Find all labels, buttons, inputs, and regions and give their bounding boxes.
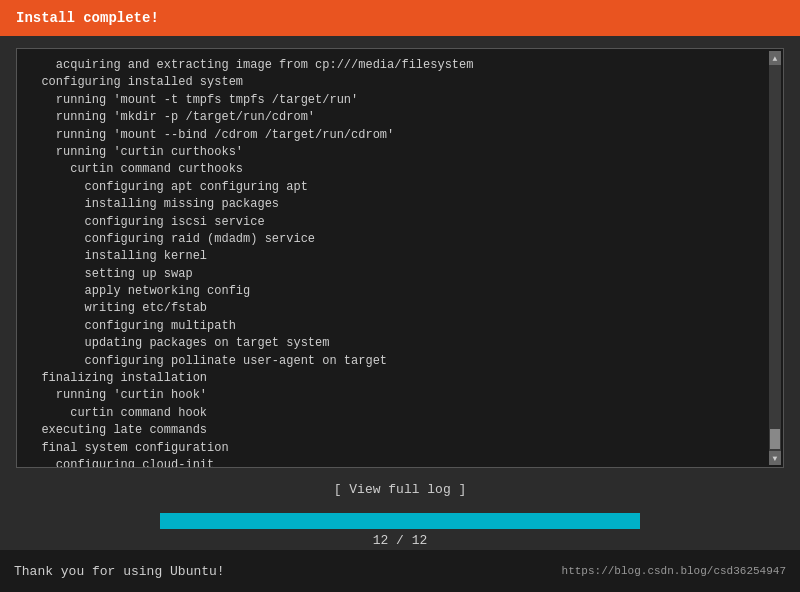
scroll-track — [769, 65, 781, 451]
scrollbar: ▲ ▼ — [769, 51, 781, 465]
url-text: https://blog.csdn.blog/csd36254947 — [562, 565, 786, 577]
log-content: acquiring and extracting image from cp:/… — [17, 49, 783, 467]
scroll-down-arrow-icon[interactable]: ▼ — [769, 451, 781, 465]
progress-label: 12 / 12 — [373, 533, 428, 548]
thank-you-text: Thank you for using Ubuntu! — [14, 564, 225, 579]
header-title: Install complete! — [16, 10, 159, 26]
progress-bar-fill — [160, 513, 640, 529]
log-container: acquiring and extracting image from cp:/… — [16, 48, 784, 468]
progress-bar-track — [160, 513, 640, 529]
progress-area: 12 / 12 — [16, 513, 784, 548]
view-full-log-area: [ View full log ] — [16, 478, 784, 501]
header-bar: Install complete! — [0, 0, 800, 36]
scroll-thumb[interactable] — [770, 429, 780, 449]
main-area: acquiring and extracting image from cp:/… — [0, 36, 800, 550]
scroll-up-arrow-icon[interactable]: ▲ — [769, 51, 781, 65]
view-full-log-button[interactable]: [ View full log ] — [322, 478, 479, 501]
bottom-bar: Thank you for using Ubuntu! https://blog… — [0, 550, 800, 592]
